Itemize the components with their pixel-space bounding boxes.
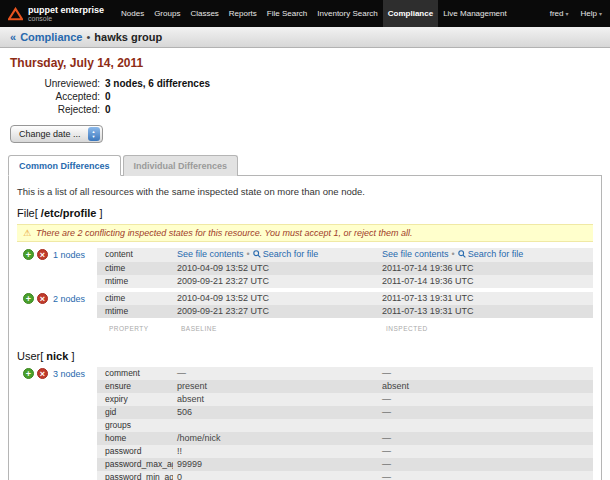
summary-unreviewed: Unreviewed: 3 nodes, 6 differences xyxy=(8,77,602,90)
nav-live-management[interactable]: Live Management xyxy=(438,0,512,27)
property-cell: gid xyxy=(101,406,173,419)
accept-icon[interactable]: + xyxy=(23,368,34,379)
rejected-label: Rejected: xyxy=(8,103,100,116)
warning-icon: ⚠ xyxy=(23,228,31,238)
inspected-cell: — xyxy=(378,458,593,471)
baseline-cell: /home/nick xyxy=(173,432,378,445)
property-cell: password_max_age xyxy=(101,458,173,471)
property-cell: groups xyxy=(101,419,173,432)
table-row: ctime 2010-04-09 13:52 UTC 2011-07-13 19… xyxy=(97,292,593,305)
table-row: password_min_age 0 — xyxy=(97,471,593,480)
accepted-value: 0 xyxy=(105,90,111,103)
breadcrumb-current-group: hawks group xyxy=(94,31,162,43)
see-file-contents-link[interactable]: See file contents xyxy=(177,249,244,259)
accept-icon[interactable]: + xyxy=(23,249,34,260)
main-nav: Nodes Groups Classes Reports File Search… xyxy=(116,0,512,27)
summary-accepted: Accepted: 0 xyxy=(8,90,602,103)
baseline-cell: absent xyxy=(173,393,378,406)
reject-icon[interactable]: × xyxy=(37,368,48,379)
baseline-cell: present xyxy=(173,380,378,393)
property-cell: content xyxy=(101,248,173,262)
conflict-warning: ⚠ There are 2 conflicting inspected stat… xyxy=(17,224,593,242)
page-title: Thursday, July 14, 2011 xyxy=(8,56,602,70)
back-chevrons-icon: « xyxy=(10,31,16,43)
property-cell: ctime xyxy=(101,262,173,275)
table-row: comment — — xyxy=(97,367,593,380)
brand-name: puppet enterprise xyxy=(28,5,104,15)
search-icon xyxy=(458,249,466,262)
tab-individual-differences[interactable]: Individual Differences xyxy=(123,155,239,176)
table-row: groups xyxy=(97,419,593,432)
bullet-separator: • xyxy=(247,249,250,259)
nav-file-search[interactable]: File Search xyxy=(262,0,312,27)
help-menu[interactable]: Help▾ xyxy=(581,9,602,18)
inspected-cell: — xyxy=(378,367,593,380)
chevron-down-icon: ▾ xyxy=(599,11,602,17)
inspected-cell xyxy=(378,419,593,432)
property-cell: password xyxy=(101,445,173,458)
property-column-label: PROPERTY xyxy=(105,325,177,332)
accepted-label: Accepted: xyxy=(8,90,100,103)
nodes-link[interactable]: 2 nodes xyxy=(53,293,85,305)
diff-group-2: + × 2 nodes ctime 2010-04-09 13:52 UTC 2… xyxy=(17,292,593,318)
inspected-cell: — xyxy=(378,471,593,480)
baseline-cell: 0 xyxy=(173,471,378,480)
inspected-cell: absent xyxy=(378,380,593,393)
property-cell: ensure xyxy=(101,380,173,393)
accept-icon[interactable]: + xyxy=(23,293,34,304)
resource-title-user: User[ nick ] xyxy=(17,350,593,362)
reject-icon[interactable]: × xyxy=(37,249,48,260)
search-for-file-link[interactable]: Search for file xyxy=(263,249,319,259)
nav-nodes[interactable]: Nodes xyxy=(116,0,149,27)
baseline-cell: 506 xyxy=(173,406,378,419)
see-file-contents-link[interactable]: See file contents xyxy=(382,249,449,259)
unreviewed-value: 3 nodes, 6 differences xyxy=(105,77,210,90)
diff-group-3: + × 3 nodes comment — — ensure present a… xyxy=(17,367,593,480)
unreviewed-label: Unreviewed: xyxy=(8,77,100,90)
nodes-link[interactable]: 3 nodes xyxy=(53,368,85,380)
change-date-button[interactable]: Change date ... ▲ ▼ xyxy=(10,125,103,143)
nav-inventory-search[interactable]: Inventory Search xyxy=(312,0,382,27)
baseline-column-label: BASELINE xyxy=(177,325,382,332)
property-cell: ctime xyxy=(101,292,173,305)
help-menu-label: Help xyxy=(581,9,597,18)
inspected-cell: 2011-07-13 19:31 UTC xyxy=(378,305,593,318)
baseline-cell: 2009-09-21 23:27 UTC xyxy=(173,305,378,318)
bullet-separator: • xyxy=(452,249,455,259)
baseline-cell: !! xyxy=(173,445,378,458)
baseline-cell: 99999 xyxy=(173,458,378,471)
baseline-cell: 2009-09-21 23:27 UTC xyxy=(173,275,378,288)
baseline-cell: See file contents•Search for file xyxy=(173,248,378,262)
property-cell: expiry xyxy=(101,393,173,406)
baseline-cell xyxy=(173,419,378,432)
breadcrumb-compliance-link[interactable]: Compliance xyxy=(20,31,82,43)
user-menu[interactable]: fred▾ xyxy=(550,9,569,18)
nav-groups[interactable]: Groups xyxy=(149,0,185,27)
table-row: home /home/nick — xyxy=(97,432,593,445)
inspected-cell: 2011-07-13 19:31 UTC xyxy=(378,292,593,305)
rejected-value: 0 xyxy=(105,103,111,116)
intro-text: This is a list of all resources with the… xyxy=(17,186,593,197)
reject-icon[interactable]: × xyxy=(37,293,48,304)
inspected-cell: 2011-07-14 19:36 UTC xyxy=(378,262,593,275)
breadcrumb-bullet: • xyxy=(86,31,90,43)
property-cell: home xyxy=(101,432,173,445)
chevron-down-icon: ▾ xyxy=(566,11,569,17)
tab-common-differences[interactable]: Common Differences xyxy=(8,155,121,176)
inspected-cell: — xyxy=(378,393,593,406)
inspected-cell: — xyxy=(378,432,593,445)
property-cell: comment xyxy=(101,367,173,380)
search-for-file-link[interactable]: Search for file xyxy=(468,249,524,259)
table-row: expiry absent — xyxy=(97,393,593,406)
baseline-cell: 2010-04-09 13:52 UTC xyxy=(173,262,378,275)
table-row: gid 506 — xyxy=(97,406,593,419)
property-cell: mtime xyxy=(101,275,173,288)
table-row: ensure present absent xyxy=(97,380,593,393)
nav-reports[interactable]: Reports xyxy=(224,0,262,27)
table-row: password !! — xyxy=(97,445,593,458)
nav-compliance[interactable]: Compliance xyxy=(383,0,438,27)
nav-classes[interactable]: Classes xyxy=(185,0,223,27)
nodes-link[interactable]: 1 nodes xyxy=(53,249,85,261)
breadcrumb: « Compliance • hawks group xyxy=(0,27,610,48)
logo: puppet enterprise console xyxy=(8,5,104,23)
